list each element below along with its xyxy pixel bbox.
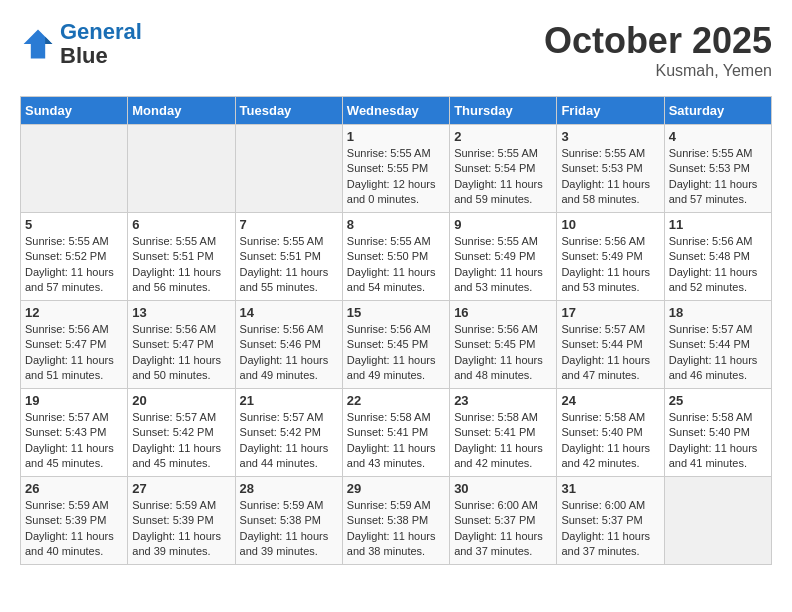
column-header-wednesday: Wednesday [342,97,449,125]
calendar-cell: 26 Sunrise: 5:59 AMSunset: 5:39 PMDaylig… [21,477,128,565]
calendar-cell: 9 Sunrise: 5:55 AMSunset: 5:49 PMDayligh… [450,213,557,301]
calendar-cell: 30 Sunrise: 6:00 AMSunset: 5:37 PMDaylig… [450,477,557,565]
day-info: Sunrise: 5:59 AMSunset: 5:38 PMDaylight:… [347,498,445,560]
day-info: Sunrise: 5:56 AMSunset: 5:49 PMDaylight:… [561,234,659,296]
calendar-cell: 20 Sunrise: 5:57 AMSunset: 5:42 PMDaylig… [128,389,235,477]
location: Kusmah, Yemen [544,62,772,80]
calendar-week-row: 1 Sunrise: 5:55 AMSunset: 5:55 PMDayligh… [21,125,772,213]
calendar-header-row: SundayMondayTuesdayWednesdayThursdayFrid… [21,97,772,125]
column-header-friday: Friday [557,97,664,125]
day-number: 11 [669,217,767,232]
day-number: 14 [240,305,338,320]
calendar-cell: 12 Sunrise: 5:56 AMSunset: 5:47 PMDaylig… [21,301,128,389]
calendar-cell: 16 Sunrise: 5:56 AMSunset: 5:45 PMDaylig… [450,301,557,389]
calendar-cell [235,125,342,213]
day-info: Sunrise: 5:57 AMSunset: 5:44 PMDaylight:… [561,322,659,384]
day-number: 23 [454,393,552,408]
day-info: Sunrise: 5:56 AMSunset: 5:47 PMDaylight:… [132,322,230,384]
day-info: Sunrise: 5:57 AMSunset: 5:44 PMDaylight:… [669,322,767,384]
day-number: 26 [25,481,123,496]
calendar-cell: 7 Sunrise: 5:55 AMSunset: 5:51 PMDayligh… [235,213,342,301]
column-header-sunday: Sunday [21,97,128,125]
title-block: October 2025 Kusmah, Yemen [544,20,772,80]
calendar-cell: 27 Sunrise: 5:59 AMSunset: 5:39 PMDaylig… [128,477,235,565]
day-info: Sunrise: 5:55 AMSunset: 5:53 PMDaylight:… [669,146,767,208]
day-info: Sunrise: 5:55 AMSunset: 5:51 PMDaylight:… [132,234,230,296]
calendar-week-row: 19 Sunrise: 5:57 AMSunset: 5:43 PMDaylig… [21,389,772,477]
calendar-cell: 6 Sunrise: 5:55 AMSunset: 5:51 PMDayligh… [128,213,235,301]
day-info: Sunrise: 5:55 AMSunset: 5:52 PMDaylight:… [25,234,123,296]
calendar-cell: 14 Sunrise: 5:56 AMSunset: 5:46 PMDaylig… [235,301,342,389]
day-info: Sunrise: 5:55 AMSunset: 5:53 PMDaylight:… [561,146,659,208]
calendar-cell: 22 Sunrise: 5:58 AMSunset: 5:41 PMDaylig… [342,389,449,477]
calendar-week-row: 12 Sunrise: 5:56 AMSunset: 5:47 PMDaylig… [21,301,772,389]
day-info: Sunrise: 5:55 AMSunset: 5:50 PMDaylight:… [347,234,445,296]
calendar-cell: 23 Sunrise: 5:58 AMSunset: 5:41 PMDaylig… [450,389,557,477]
day-info: Sunrise: 5:57 AMSunset: 5:43 PMDaylight:… [25,410,123,472]
day-info: Sunrise: 6:00 AMSunset: 5:37 PMDaylight:… [561,498,659,560]
day-number: 21 [240,393,338,408]
svg-marker-1 [45,37,52,44]
day-info: Sunrise: 5:57 AMSunset: 5:42 PMDaylight:… [132,410,230,472]
calendar-cell: 13 Sunrise: 5:56 AMSunset: 5:47 PMDaylig… [128,301,235,389]
day-info: Sunrise: 5:59 AMSunset: 5:38 PMDaylight:… [240,498,338,560]
day-info: Sunrise: 6:00 AMSunset: 5:37 PMDaylight:… [454,498,552,560]
day-number: 5 [25,217,123,232]
day-info: Sunrise: 5:55 AMSunset: 5:54 PMDaylight:… [454,146,552,208]
logo-text: General Blue [60,20,142,68]
day-number: 25 [669,393,767,408]
calendar-cell [128,125,235,213]
calendar-cell: 3 Sunrise: 5:55 AMSunset: 5:53 PMDayligh… [557,125,664,213]
day-number: 20 [132,393,230,408]
calendar-week-row: 5 Sunrise: 5:55 AMSunset: 5:52 PMDayligh… [21,213,772,301]
day-number: 31 [561,481,659,496]
calendar-cell: 1 Sunrise: 5:55 AMSunset: 5:55 PMDayligh… [342,125,449,213]
day-number: 15 [347,305,445,320]
day-number: 17 [561,305,659,320]
day-number: 30 [454,481,552,496]
calendar-cell: 28 Sunrise: 5:59 AMSunset: 5:38 PMDaylig… [235,477,342,565]
page-header: General Blue October 2025 Kusmah, Yemen [20,20,772,80]
month-title: October 2025 [544,20,772,62]
logo-icon [20,26,56,62]
day-info: Sunrise: 5:58 AMSunset: 5:40 PMDaylight:… [669,410,767,472]
day-number: 19 [25,393,123,408]
day-info: Sunrise: 5:58 AMSunset: 5:40 PMDaylight:… [561,410,659,472]
day-number: 4 [669,129,767,144]
day-info: Sunrise: 5:58 AMSunset: 5:41 PMDaylight:… [347,410,445,472]
calendar-cell: 21 Sunrise: 5:57 AMSunset: 5:42 PMDaylig… [235,389,342,477]
day-number: 6 [132,217,230,232]
column-header-thursday: Thursday [450,97,557,125]
calendar-cell: 4 Sunrise: 5:55 AMSunset: 5:53 PMDayligh… [664,125,771,213]
day-number: 27 [132,481,230,496]
day-number: 22 [347,393,445,408]
day-info: Sunrise: 5:58 AMSunset: 5:41 PMDaylight:… [454,410,552,472]
day-number: 12 [25,305,123,320]
calendar-cell: 11 Sunrise: 5:56 AMSunset: 5:48 PMDaylig… [664,213,771,301]
day-number: 24 [561,393,659,408]
calendar-cell: 19 Sunrise: 5:57 AMSunset: 5:43 PMDaylig… [21,389,128,477]
day-number: 10 [561,217,659,232]
column-header-monday: Monday [128,97,235,125]
day-info: Sunrise: 5:55 AMSunset: 5:55 PMDaylight:… [347,146,445,208]
column-header-saturday: Saturday [664,97,771,125]
day-number: 28 [240,481,338,496]
day-number: 3 [561,129,659,144]
calendar-cell: 5 Sunrise: 5:55 AMSunset: 5:52 PMDayligh… [21,213,128,301]
day-info: Sunrise: 5:56 AMSunset: 5:47 PMDaylight:… [25,322,123,384]
logo: General Blue [20,20,142,68]
day-info: Sunrise: 5:56 AMSunset: 5:45 PMDaylight:… [454,322,552,384]
day-number: 1 [347,129,445,144]
column-header-tuesday: Tuesday [235,97,342,125]
day-info: Sunrise: 5:57 AMSunset: 5:42 PMDaylight:… [240,410,338,472]
calendar-cell: 17 Sunrise: 5:57 AMSunset: 5:44 PMDaylig… [557,301,664,389]
day-number: 29 [347,481,445,496]
calendar-cell [664,477,771,565]
calendar-cell [21,125,128,213]
day-number: 18 [669,305,767,320]
calendar-cell: 2 Sunrise: 5:55 AMSunset: 5:54 PMDayligh… [450,125,557,213]
day-number: 13 [132,305,230,320]
calendar-cell: 18 Sunrise: 5:57 AMSunset: 5:44 PMDaylig… [664,301,771,389]
day-info: Sunrise: 5:56 AMSunset: 5:45 PMDaylight:… [347,322,445,384]
day-number: 7 [240,217,338,232]
